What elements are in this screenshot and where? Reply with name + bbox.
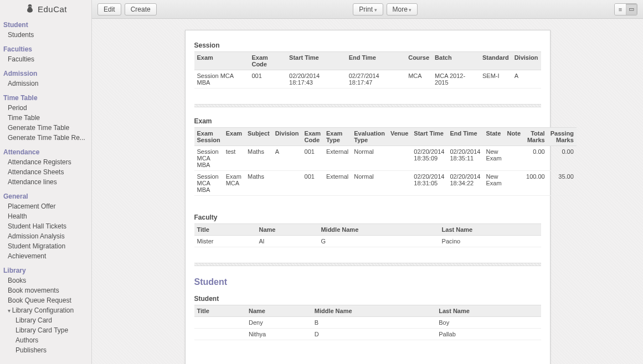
cell: Mister	[194, 236, 256, 247]
sidebar-item[interactable]: Library Configuration	[8, 305, 88, 315]
view-switcher: ≡ ▭	[614, 3, 637, 15]
col-header: Batch	[432, 52, 480, 70]
cell: 35.00	[548, 171, 577, 196]
exam-title: Exam	[194, 115, 541, 127]
col-header: Name	[256, 224, 318, 236]
col-header: Title	[194, 305, 246, 317]
form-sheet: Session ExamExam CodeStart TimeEnd TimeC…	[185, 30, 551, 364]
sidebar-item[interactable]: Attendance Registers	[8, 157, 88, 167]
cell: Maths	[245, 171, 272, 196]
sidebar-item[interactable]: Placement Offer	[8, 201, 88, 211]
create-button[interactable]: Create	[125, 3, 157, 15]
cell: 02/20/2014 18:31:05	[411, 171, 447, 196]
sidebar-item[interactable]: Period	[8, 103, 88, 113]
sidebar-section-head[interactable]: Attendance	[3, 147, 88, 157]
content-scroll[interactable]: Session ExamExam CodeStart TimeEnd TimeC…	[92, 19, 643, 364]
col-header: End Time	[447, 128, 483, 146]
col-header: Name	[246, 305, 312, 317]
cell: Session MCA MBA	[194, 70, 249, 89]
table-row[interactable]: Session MCA MBAExam MCAMaths001ExternalN…	[194, 171, 577, 196]
cell: 02/20/2014 18:17:43	[286, 70, 346, 89]
col-header: Passing Marks	[548, 128, 577, 146]
cell: Session MCA MBA	[194, 146, 223, 171]
sidebar-section-head[interactable]: Time Table	[3, 93, 88, 103]
sidebar-item[interactable]: Generate Time Table	[8, 123, 88, 133]
exam-block: Exam Exam SessionExamSubjectDivisionExam…	[194, 115, 541, 196]
table-row[interactable]: Session MCA MBA00102/20/2014 18:17:4302/…	[194, 70, 541, 89]
col-header: Last Name	[439, 224, 541, 236]
table-row[interactable]: Session MCA MBAtestMathsA001ExternalNorm…	[194, 146, 577, 171]
cell: Pallab	[436, 329, 541, 340]
col-header: Division	[272, 128, 302, 146]
cell: Pacino	[439, 236, 541, 247]
sidebar-section-head[interactable]: Faculties	[3, 44, 88, 54]
cell	[505, 146, 523, 171]
col-header: Course	[405, 52, 432, 70]
cell: Exam MCA	[223, 171, 245, 196]
print-button[interactable]: Print	[353, 3, 383, 15]
sidebar-item[interactable]: Library Card Type	[8, 325, 88, 335]
sidebar-item[interactable]: Faculties	[8, 54, 88, 64]
sidebar-item[interactable]: Books	[8, 275, 88, 285]
sidebar-section-head[interactable]: Library	[3, 266, 88, 275]
sidebar-section-head[interactable]: General	[3, 191, 88, 201]
table-row[interactable]: MisterAlGPacino	[194, 236, 541, 247]
sidebar-item[interactable]: Student Hall Tickets	[8, 221, 88, 231]
cell: Boy	[436, 317, 541, 329]
cell: 02/27/2014 18:17:47	[346, 70, 406, 89]
col-header: Exam Code	[249, 52, 286, 70]
cell: 02/20/2014 18:34:22	[447, 171, 483, 196]
sidebar-item[interactable]: Time Table	[8, 113, 88, 123]
cell: Normal	[351, 146, 388, 171]
col-header: Evaluation Type	[351, 128, 388, 146]
form-view-icon[interactable]: ▭	[626, 4, 637, 15]
sidebar-section-head[interactable]: Student	[3, 20, 88, 30]
sidebar-item[interactable]: Attendance lines	[8, 177, 88, 187]
cell: SEM-I	[480, 70, 512, 89]
sidebar-item[interactable]: Student Migratation	[8, 241, 88, 251]
separator	[194, 104, 541, 107]
col-header: Middle Name	[312, 305, 436, 317]
table-row[interactable]: NithyaDPallab	[194, 329, 541, 340]
cell: 0.00	[548, 146, 577, 171]
cell: 0.00	[523, 146, 548, 171]
col-header: Division	[512, 52, 541, 70]
sidebar-item[interactable]: Admission	[8, 79, 88, 89]
sidebar-item[interactable]: Students	[8, 30, 88, 40]
cell: 02/20/2014 18:35:09	[411, 146, 447, 171]
col-header: Exam	[194, 52, 249, 70]
faculty-title: Faculty	[194, 211, 541, 223]
cell: G	[318, 236, 439, 247]
faculty-table: TitleNameMiddle NameLast NameMisterAlGPa…	[194, 223, 541, 247]
list-view-icon[interactable]: ≡	[615, 4, 626, 15]
edit-button[interactable]: Edit	[97, 3, 121, 15]
col-header: End Time	[346, 52, 406, 70]
cell: B	[312, 317, 436, 329]
sidebar-item[interactable]: Achievement	[8, 251, 88, 261]
table-row[interactable]: DenyBBoy	[194, 317, 541, 329]
more-button[interactable]: More	[387, 3, 418, 15]
cell: External	[323, 171, 351, 196]
sidebar-item[interactable]: Publishers	[8, 345, 88, 355]
cell: Nithya	[246, 329, 312, 340]
col-header: State	[483, 128, 504, 146]
sidebar-item[interactable]: Attendance Sheets	[8, 167, 88, 177]
cell: A	[272, 146, 302, 171]
toolbar: Edit Create Print More ≡ ▭	[92, 0, 643, 19]
student-table: TitleNameMiddle NameLast NameDenyBBoyNit…	[194, 305, 541, 340]
sidebar-item[interactable]: Authors	[8, 335, 88, 345]
col-header: Exam Session	[194, 128, 223, 146]
sidebar-item[interactable]: Library Card	[8, 315, 88, 325]
sidebar-item[interactable]: Book movements	[8, 285, 88, 295]
sidebar-item[interactable]: Admission Analysis	[8, 231, 88, 241]
session-title: Session	[194, 39, 541, 51]
sidebar-item[interactable]: Book Queue Request	[8, 295, 88, 305]
sidebar-item[interactable]: Health	[8, 211, 88, 221]
sidebar-section-head[interactable]: Admission	[3, 69, 88, 79]
student-title: Student	[194, 293, 541, 305]
cell: 100.00	[523, 171, 548, 196]
cell	[272, 171, 302, 196]
col-header: Total Marks	[523, 128, 548, 146]
col-header: Note	[505, 128, 523, 146]
sidebar-item[interactable]: Generate Time Table Re...	[8, 133, 88, 143]
